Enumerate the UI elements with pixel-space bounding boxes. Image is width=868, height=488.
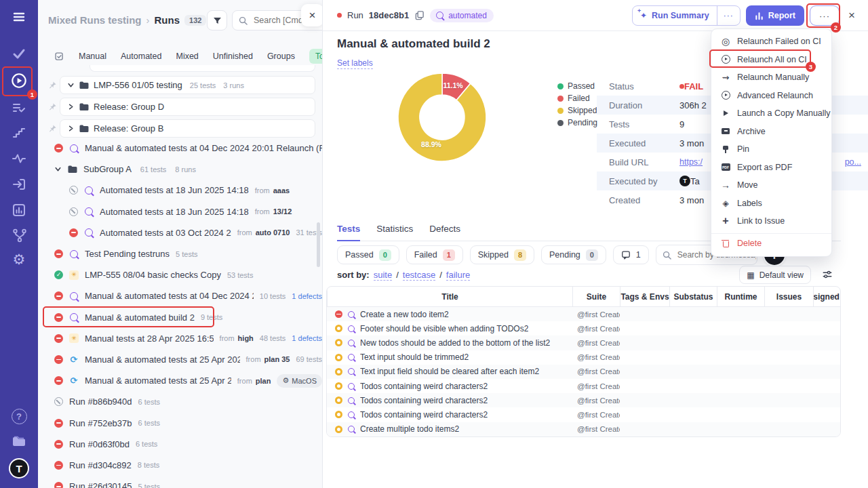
table-row[interactable]: Todos containing weird characters2 @firs… [327,379,840,393]
breadcrumb-project[interactable]: Mixed Runs testing [48,14,142,26]
user-avatar[interactable]: T [0,458,38,479]
detail-tab[interactable]: Statistics [376,224,413,241]
run-list-item[interactable]: LMP-555 08/04 basic checks Copy 53 tests… [38,264,322,285]
run-list-item[interactable]: Test Pending testruns 5 tests Test Pendi… [38,243,322,264]
menu-item[interactable]: Archive [711,123,831,141]
chevron-right-icon[interactable] [67,103,75,110]
run-list-item[interactable]: Run #d304c892 8 tests Run #d304c892 from… [38,455,322,476]
select-all-icon[interactable] [54,52,64,62]
table-row[interactable]: Text input should be trimmed2 @first Cre… [327,350,840,365]
run-group-row[interactable]: Release: Group D [38,98,315,116]
projects-folder-icon[interactable] [0,434,38,449]
menu-item[interactable]: Link to Issue [711,212,831,230]
detail-tab[interactable]: Tests [337,224,360,241]
copy-icon[interactable] [414,10,425,21]
status-filter-chip[interactable]: Passed 0 [337,245,399,264]
run-defects-count[interactable]: 1 defects [292,334,322,342]
menu-item[interactable]: Pin [711,140,831,159]
filter-tab[interactable]: Manual [79,52,106,61]
sidebar-item-milestones[interactable] [0,125,38,140]
menu-item[interactable]: Relaunch Failed on CI [711,33,831,51]
automated-badge[interactable]: automated [430,9,494,22]
sort-by-failure[interactable]: failure [446,270,470,281]
run-list-item[interactable]: Run #b86b940d 6 tests Run #b86b940d from… [38,391,322,412]
sidebar-item-results[interactable] [0,46,38,61]
run-group-row[interactable]: LMP-556 01/05 testing 25 tests 3 runs [38,76,315,94]
run-list-item[interactable]: Manual & automated tests at 04 Dec 2024 … [38,285,322,306]
column-header[interactable]: Assigned To [813,287,840,306]
table-row[interactable]: Create a new todo item2 @first Create ..… [327,307,840,321]
column-header[interactable]: Issues [764,287,813,306]
menu-item[interactable]: Delete [711,233,831,253]
table-row[interactable]: Todos containing weird characters2 @firs… [327,407,840,422]
column-header[interactable]: Runtime [717,287,764,306]
run-list-item[interactable]: Run #752eb37b 6 tests Run #752eb37b from… [38,412,322,433]
status-filter-chip[interactable]: Pending 0 [541,245,606,264]
sidebar-item-runs[interactable] [0,72,38,89]
today-chip[interactable]: To [309,49,323,64]
menu-item[interactable]: Launch a Copy Manually [711,104,831,123]
status-filter-chip[interactable]: Skipped 8 [470,245,534,264]
sidebar-item-pulse[interactable] [0,151,38,166]
run-list-item[interactable]: Run #26d30145 5 tests Run #26d30145 from… [38,476,322,488]
report-button[interactable]: Report [746,5,804,26]
pin-icon[interactable] [48,124,57,133]
run-list-item[interactable]: SubGroup A 61 tests 8 runs SubGroup A fr… [38,159,322,180]
run-list-item[interactable]: Automated tests at 03 Oct 2024 20:25 31 … [38,222,322,243]
table-row[interactable]: Text input field should be cleared after… [327,365,840,379]
chevron-down-icon[interactable] [67,81,75,89]
status-filter-chip[interactable]: Failed 1 [406,245,463,264]
help-icon[interactable]: ? [0,409,38,424]
table-row[interactable]: Todos containing weird characters2 @firs… [327,393,840,407]
table-row[interactable]: Create multiple todo items2 @first Creat… [327,422,840,436]
filter-tab[interactable]: Automated [121,52,161,61]
run-list-item[interactable]: Manual tests at 28 Apr 2025 16:50 48 tes… [38,328,322,349]
detail-value-link-end[interactable]: po... [845,157,861,167]
chevron-down-icon[interactable] [54,165,62,173]
run-summary-more-button[interactable]: ··· [717,6,740,25]
menu-item[interactable]: Export as PDF [711,159,831,177]
run-list-item[interactable]: Automated tests at 18 Jun 2025 14:18 Aut… [38,201,322,222]
scrollbar-thumb[interactable] [317,222,320,267]
run-group-row[interactable]: Release: Group B [38,119,315,138]
column-header[interactable]: Suite [572,287,620,306]
column-header[interactable]: Tags & Envs [620,287,669,306]
set-labels-link[interactable]: Set labels [337,58,373,69]
run-list-item[interactable]: Manual & automated tests at 25 Apr 2025 … [38,370,322,391]
menu-item[interactable]: Move [711,176,831,195]
detail-tab[interactable]: Defects [429,224,460,241]
close-icon[interactable]: × [845,9,859,22]
filter-tab[interactable]: Groups [267,52,295,61]
run-list-item[interactable]: Automated tests at 18 Jun 2025 14:18 Aut… [38,180,322,201]
pin-icon[interactable] [48,81,57,89]
menu-item[interactable]: Relaunch Manually [711,68,831,87]
filter-tab[interactable]: Unfinished [213,52,253,61]
sidebar-item-analytics[interactable] [0,203,38,218]
column-header[interactable]: Substatus [669,287,717,306]
table-row[interactable]: Footer should be visible when adding TOD… [327,321,840,336]
run-list-item[interactable]: Run #0d63f0bd 6 tests Run #0d63f0bd from… [38,434,322,455]
sidebar-item-import[interactable] [0,177,38,192]
run-list-item[interactable]: Manual & automated build 2 9 tests Manua… [38,307,322,328]
sidebar-item-branches[interactable] [0,228,38,243]
run-list-item[interactable]: Manual & automated tests at 25 Apr 2025 … [38,349,322,370]
chevron-right-icon[interactable] [67,125,75,132]
run-defects-count[interactable]: 1 defects [292,292,322,300]
filter-button[interactable] [207,10,227,30]
filter-tab[interactable]: Mixed [176,52,198,61]
table-row[interactable]: New todos should be added to the bottom … [327,336,840,350]
menu-item[interactable]: Advanced Relaunch [711,87,831,105]
sort-by-testcase[interactable]: testcase [403,270,435,281]
menu-item[interactable]: Labels [711,195,831,213]
sidebar-item-testplans[interactable] [0,100,38,115]
column-header[interactable]: Title [327,287,572,306]
run-summary-button[interactable]: ✦Run Summary [633,6,717,25]
column-settings-icon[interactable] [822,269,833,280]
comments-filter-chip[interactable]: 1 [613,245,649,264]
pin-icon[interactable] [48,102,57,111]
menu-icon[interactable] [0,9,38,24]
settings-gear-icon[interactable]: ⚙ [0,252,38,267]
panel-close-button[interactable]: × [301,4,323,26]
run-list-item[interactable]: Manual & automated tests at 04 Dec 2024 … [38,138,322,159]
sort-by-suite[interactable]: suite [374,270,392,281]
